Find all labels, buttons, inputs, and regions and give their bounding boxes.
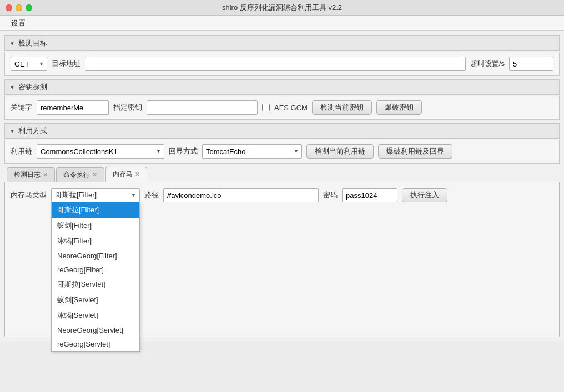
tab-command-exec-label: 命令执行: [63, 170, 90, 180]
dropdown-arrow-icon: ▼: [131, 192, 136, 198]
title-bar: shiro 反序列化漏洞综合利用工具 v2.2: [0, 0, 564, 16]
dropdown-item-2[interactable]: 冰蝎[Filter]: [52, 233, 139, 249]
section-detect-target-content: GET POST 目标地址 超时设置/s: [4, 52, 560, 76]
section-title-key-detect: 密钥探测: [18, 82, 47, 92]
crack-key-button[interactable]: 爆破密钥: [376, 100, 422, 115]
section-arrow-exploit: ▼: [9, 128, 15, 134]
specify-key-input[interactable]: [147, 100, 258, 115]
section-arrow-detect-target: ▼: [9, 40, 15, 47]
timeout-label: 超时设置/s: [470, 59, 505, 69]
crack-chain-button[interactable]: 爆破利用链及回显: [378, 144, 452, 159]
window-title: shiro 反序列化漏洞综合利用工具 v2.2: [222, 3, 342, 13]
section-exploit-header[interactable]: ▼ 利用方式: [4, 123, 560, 139]
chain-select-wrapper[interactable]: CommonsCollectionsK1 CommonsCollections2…: [37, 144, 164, 159]
section-key-detect-header[interactable]: ▼ 密钥探测: [4, 79, 560, 95]
tabs-bar: 检测日志 ✕ 命令执行 ✕ 内存马 ✕: [4, 167, 560, 182]
maximize-button[interactable]: [26, 4, 32, 11]
section-key-detect-content: 关键字 指定密钥 AES GCM 检测当前密钥 爆破密钥: [4, 96, 560, 120]
memshell-type-menu: 哥斯拉[Filter]蚁剑[Filter]冰蝎[Filter]NeoreGeor…: [51, 202, 140, 352]
dropdown-item-0[interactable]: 哥斯拉[Filter]: [52, 202, 139, 218]
specify-key-label: 指定密钥: [113, 103, 142, 113]
dropdown-item-8[interactable]: NeoreGeorg[Servlet]: [52, 323, 139, 337]
dropdown-item-4[interactable]: reGeorg[Filter]: [52, 263, 139, 277]
path-input[interactable]: [163, 188, 319, 202]
memshell-row: 内存马类型 哥斯拉[Filter] ▼ 哥斯拉[Filter]蚁剑[Filter…: [11, 188, 553, 202]
display-select[interactable]: TomcatEcho SpringEcho none: [202, 144, 302, 159]
tab-command-exec-close[interactable]: ✕: [92, 171, 97, 179]
inject-button[interactable]: 执行注入: [402, 188, 447, 202]
dropdown-item-6[interactable]: 蚁剑[Servlet]: [52, 292, 139, 308]
detect-key-button[interactable]: 检测当前密钥: [312, 100, 372, 115]
section-title-detect-target: 检测目标: [18, 38, 47, 48]
aes-gcm-label: AES GCM: [274, 104, 308, 112]
close-button[interactable]: [6, 4, 12, 11]
section-detect-target-header[interactable]: ▼ 检测目标: [4, 35, 560, 51]
tab-memshell-label: 内存马: [113, 170, 133, 179]
dropdown-item-7[interactable]: 冰蝎[Servlet]: [52, 308, 139, 323]
password-input[interactable]: [342, 188, 397, 202]
method-select-wrapper[interactable]: GET POST: [11, 57, 47, 71]
dropdown-item-3[interactable]: NeoreGeorg[Filter]: [52, 249, 139, 263]
tab-memshell[interactable]: 内存马 ✕: [105, 167, 147, 182]
timeout-input[interactable]: [509, 57, 553, 71]
detect-chain-button[interactable]: 检测当前利用链: [306, 144, 374, 159]
tab-memshell-close[interactable]: ✕: [135, 171, 140, 178]
tab-command-exec[interactable]: 命令执行 ✕: [56, 167, 104, 182]
section-arrow-key-detect: ▼: [9, 84, 15, 90]
menu-bar: 设置: [0, 16, 564, 31]
minimize-button[interactable]: [16, 4, 22, 11]
memshell-type-label: 内存马类型: [11, 190, 47, 200]
keyword-input[interactable]: [37, 100, 109, 115]
password-label: 密码: [323, 190, 338, 200]
dropdown-item-5[interactable]: 哥斯拉[Servlet]: [52, 277, 139, 292]
tab-content-memshell: 内存马类型 哥斯拉[Filter] ▼ 哥斯拉[Filter]蚁剑[Filter…: [4, 182, 560, 337]
dropdown-item-1[interactable]: 蚁剑[Filter]: [52, 218, 139, 233]
dropdown-item-9[interactable]: reGeorg[Servlet]: [52, 337, 139, 351]
method-select[interactable]: GET POST: [11, 57, 47, 71]
main-content: ▼ 检测目标 GET POST 目标地址 超时设置/s ▼ 密钥探测 关键字 指…: [0, 31, 564, 342]
chain-label: 利用链: [11, 146, 32, 156]
aes-gcm-checkbox[interactable]: [262, 104, 270, 111]
traffic-lights: [6, 4, 32, 11]
menu-settings[interactable]: 设置: [7, 17, 30, 29]
tab-detect-log-label: 检测日志: [14, 170, 41, 180]
keyword-label: 关键字: [11, 103, 32, 113]
target-label: 目标地址: [52, 59, 80, 69]
path-label: 路径: [144, 190, 159, 200]
chain-select[interactable]: CommonsCollectionsK1 CommonsCollections2…: [37, 144, 164, 159]
memshell-type-dropdown[interactable]: 哥斯拉[Filter] ▼ 哥斯拉[Filter]蚁剑[Filter]冰蝎[Fi…: [51, 188, 140, 202]
display-select-wrapper[interactable]: TomcatEcho SpringEcho none: [202, 144, 302, 159]
display-label: 回显方式: [169, 146, 198, 156]
section-exploit-content: 利用链 CommonsCollectionsK1 CommonsCollecti…: [4, 140, 560, 164]
section-title-exploit: 利用方式: [18, 126, 47, 136]
target-input[interactable]: [85, 57, 466, 71]
memshell-type-trigger[interactable]: 哥斯拉[Filter] ▼: [51, 188, 140, 202]
memshell-type-value: 哥斯拉[Filter]: [55, 190, 97, 200]
tab-detect-log-close[interactable]: ✕: [43, 171, 48, 179]
tab-detect-log[interactable]: 检测日志 ✕: [7, 167, 55, 182]
